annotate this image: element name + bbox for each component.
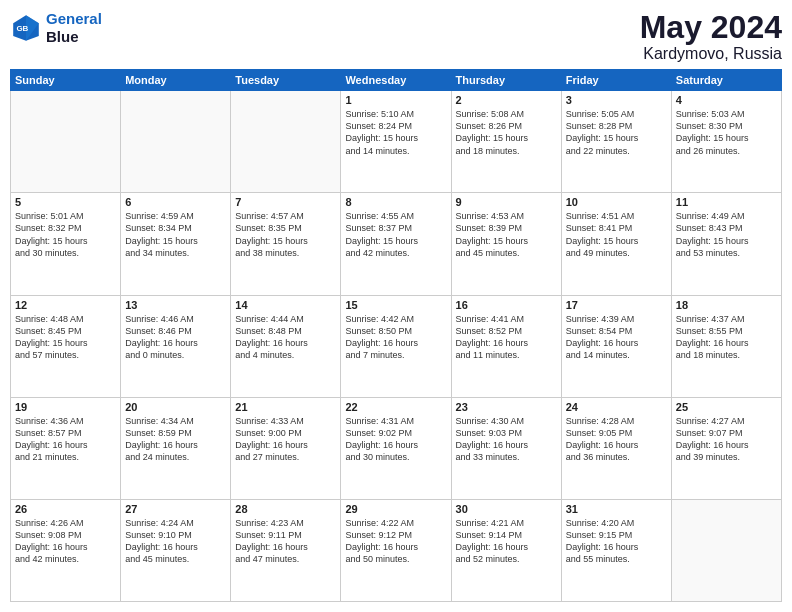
day-number: 21 bbox=[235, 401, 336, 413]
table-row: 11Sunrise: 4:49 AM Sunset: 8:43 PM Dayli… bbox=[671, 193, 781, 295]
day-number: 11 bbox=[676, 196, 777, 208]
day-number: 1 bbox=[345, 94, 446, 106]
table-row bbox=[671, 499, 781, 601]
table-row: 5Sunrise: 5:01 AM Sunset: 8:32 PM Daylig… bbox=[11, 193, 121, 295]
table-row: 6Sunrise: 4:59 AM Sunset: 8:34 PM Daylig… bbox=[121, 193, 231, 295]
day-info: Sunrise: 4:46 AM Sunset: 8:46 PM Dayligh… bbox=[125, 313, 226, 362]
logo-icon: GB bbox=[10, 12, 42, 44]
day-number: 6 bbox=[125, 196, 226, 208]
table-row: 24Sunrise: 4:28 AM Sunset: 9:05 PM Dayli… bbox=[561, 397, 671, 499]
table-row: 13Sunrise: 4:46 AM Sunset: 8:46 PM Dayli… bbox=[121, 295, 231, 397]
day-info: Sunrise: 4:26 AM Sunset: 9:08 PM Dayligh… bbox=[15, 517, 116, 566]
day-info: Sunrise: 4:44 AM Sunset: 8:48 PM Dayligh… bbox=[235, 313, 336, 362]
day-number: 3 bbox=[566, 94, 667, 106]
day-info: Sunrise: 4:28 AM Sunset: 9:05 PM Dayligh… bbox=[566, 415, 667, 464]
table-row: 8Sunrise: 4:55 AM Sunset: 8:37 PM Daylig… bbox=[341, 193, 451, 295]
table-row: 26Sunrise: 4:26 AM Sunset: 9:08 PM Dayli… bbox=[11, 499, 121, 601]
day-info: Sunrise: 5:10 AM Sunset: 8:24 PM Dayligh… bbox=[345, 108, 446, 157]
day-info: Sunrise: 4:24 AM Sunset: 9:10 PM Dayligh… bbox=[125, 517, 226, 566]
table-row: 25Sunrise: 4:27 AM Sunset: 9:07 PM Dayli… bbox=[671, 397, 781, 499]
table-row: 17Sunrise: 4:39 AM Sunset: 8:54 PM Dayli… bbox=[561, 295, 671, 397]
day-info: Sunrise: 4:31 AM Sunset: 9:02 PM Dayligh… bbox=[345, 415, 446, 464]
col-friday: Friday bbox=[561, 70, 671, 91]
calendar-week-row: 1Sunrise: 5:10 AM Sunset: 8:24 PM Daylig… bbox=[11, 91, 782, 193]
day-number: 12 bbox=[15, 299, 116, 311]
table-row: 7Sunrise: 4:57 AM Sunset: 8:35 PM Daylig… bbox=[231, 193, 341, 295]
location: Kardymovo, Russia bbox=[640, 45, 782, 63]
calendar-week-row: 5Sunrise: 5:01 AM Sunset: 8:32 PM Daylig… bbox=[11, 193, 782, 295]
calendar-week-row: 12Sunrise: 4:48 AM Sunset: 8:45 PM Dayli… bbox=[11, 295, 782, 397]
table-row: 19Sunrise: 4:36 AM Sunset: 8:57 PM Dayli… bbox=[11, 397, 121, 499]
day-number: 31 bbox=[566, 503, 667, 515]
day-number: 5 bbox=[15, 196, 116, 208]
day-number: 25 bbox=[676, 401, 777, 413]
col-tuesday: Tuesday bbox=[231, 70, 341, 91]
day-info: Sunrise: 4:23 AM Sunset: 9:11 PM Dayligh… bbox=[235, 517, 336, 566]
table-row: 29Sunrise: 4:22 AM Sunset: 9:12 PM Dayli… bbox=[341, 499, 451, 601]
col-thursday: Thursday bbox=[451, 70, 561, 91]
svg-text:GB: GB bbox=[16, 24, 28, 33]
day-info: Sunrise: 4:51 AM Sunset: 8:41 PM Dayligh… bbox=[566, 210, 667, 259]
table-row: 2Sunrise: 5:08 AM Sunset: 8:26 PM Daylig… bbox=[451, 91, 561, 193]
logo: GB General Blue bbox=[10, 10, 102, 46]
col-monday: Monday bbox=[121, 70, 231, 91]
day-number: 4 bbox=[676, 94, 777, 106]
table-row: 14Sunrise: 4:44 AM Sunset: 8:48 PM Dayli… bbox=[231, 295, 341, 397]
day-info: Sunrise: 4:30 AM Sunset: 9:03 PM Dayligh… bbox=[456, 415, 557, 464]
day-info: Sunrise: 4:41 AM Sunset: 8:52 PM Dayligh… bbox=[456, 313, 557, 362]
day-info: Sunrise: 5:05 AM Sunset: 8:28 PM Dayligh… bbox=[566, 108, 667, 157]
day-info: Sunrise: 4:34 AM Sunset: 8:59 PM Dayligh… bbox=[125, 415, 226, 464]
table-row: 12Sunrise: 4:48 AM Sunset: 8:45 PM Dayli… bbox=[11, 295, 121, 397]
day-info: Sunrise: 4:27 AM Sunset: 9:07 PM Dayligh… bbox=[676, 415, 777, 464]
day-info: Sunrise: 4:21 AM Sunset: 9:14 PM Dayligh… bbox=[456, 517, 557, 566]
day-number: 29 bbox=[345, 503, 446, 515]
day-info: Sunrise: 4:36 AM Sunset: 8:57 PM Dayligh… bbox=[15, 415, 116, 464]
table-row: 21Sunrise: 4:33 AM Sunset: 9:00 PM Dayli… bbox=[231, 397, 341, 499]
day-info: Sunrise: 4:49 AM Sunset: 8:43 PM Dayligh… bbox=[676, 210, 777, 259]
table-row bbox=[231, 91, 341, 193]
day-number: 17 bbox=[566, 299, 667, 311]
logo-text: General Blue bbox=[46, 10, 102, 46]
day-number: 10 bbox=[566, 196, 667, 208]
title-block: May 2024 Kardymovo, Russia bbox=[640, 10, 782, 63]
day-number: 13 bbox=[125, 299, 226, 311]
day-number: 8 bbox=[345, 196, 446, 208]
col-sunday: Sunday bbox=[11, 70, 121, 91]
day-number: 30 bbox=[456, 503, 557, 515]
day-info: Sunrise: 4:57 AM Sunset: 8:35 PM Dayligh… bbox=[235, 210, 336, 259]
day-number: 20 bbox=[125, 401, 226, 413]
table-row: 10Sunrise: 4:51 AM Sunset: 8:41 PM Dayli… bbox=[561, 193, 671, 295]
calendar-header-row: Sunday Monday Tuesday Wednesday Thursday… bbox=[11, 70, 782, 91]
table-row: 28Sunrise: 4:23 AM Sunset: 9:11 PM Dayli… bbox=[231, 499, 341, 601]
col-saturday: Saturday bbox=[671, 70, 781, 91]
day-info: Sunrise: 5:01 AM Sunset: 8:32 PM Dayligh… bbox=[15, 210, 116, 259]
page: GB General Blue May 2024 Kardymovo, Russ… bbox=[0, 0, 792, 612]
day-info: Sunrise: 4:39 AM Sunset: 8:54 PM Dayligh… bbox=[566, 313, 667, 362]
day-info: Sunrise: 4:59 AM Sunset: 8:34 PM Dayligh… bbox=[125, 210, 226, 259]
day-number: 18 bbox=[676, 299, 777, 311]
header: GB General Blue May 2024 Kardymovo, Russ… bbox=[10, 10, 782, 63]
day-info: Sunrise: 4:20 AM Sunset: 9:15 PM Dayligh… bbox=[566, 517, 667, 566]
day-number: 27 bbox=[125, 503, 226, 515]
table-row: 23Sunrise: 4:30 AM Sunset: 9:03 PM Dayli… bbox=[451, 397, 561, 499]
month-year: May 2024 bbox=[640, 10, 782, 45]
day-info: Sunrise: 4:53 AM Sunset: 8:39 PM Dayligh… bbox=[456, 210, 557, 259]
day-info: Sunrise: 4:22 AM Sunset: 9:12 PM Dayligh… bbox=[345, 517, 446, 566]
day-number: 15 bbox=[345, 299, 446, 311]
day-number: 28 bbox=[235, 503, 336, 515]
day-number: 19 bbox=[15, 401, 116, 413]
day-info: Sunrise: 4:37 AM Sunset: 8:55 PM Dayligh… bbox=[676, 313, 777, 362]
table-row: 3Sunrise: 5:05 AM Sunset: 8:28 PM Daylig… bbox=[561, 91, 671, 193]
day-info: Sunrise: 5:03 AM Sunset: 8:30 PM Dayligh… bbox=[676, 108, 777, 157]
day-number: 24 bbox=[566, 401, 667, 413]
day-number: 7 bbox=[235, 196, 336, 208]
day-number: 9 bbox=[456, 196, 557, 208]
table-row: 30Sunrise: 4:21 AM Sunset: 9:14 PM Dayli… bbox=[451, 499, 561, 601]
day-info: Sunrise: 4:48 AM Sunset: 8:45 PM Dayligh… bbox=[15, 313, 116, 362]
day-info: Sunrise: 5:08 AM Sunset: 8:26 PM Dayligh… bbox=[456, 108, 557, 157]
day-info: Sunrise: 4:33 AM Sunset: 9:00 PM Dayligh… bbox=[235, 415, 336, 464]
table-row: 15Sunrise: 4:42 AM Sunset: 8:50 PM Dayli… bbox=[341, 295, 451, 397]
table-row: 27Sunrise: 4:24 AM Sunset: 9:10 PM Dayli… bbox=[121, 499, 231, 601]
table-row: 31Sunrise: 4:20 AM Sunset: 9:15 PM Dayli… bbox=[561, 499, 671, 601]
table-row: 9Sunrise: 4:53 AM Sunset: 8:39 PM Daylig… bbox=[451, 193, 561, 295]
